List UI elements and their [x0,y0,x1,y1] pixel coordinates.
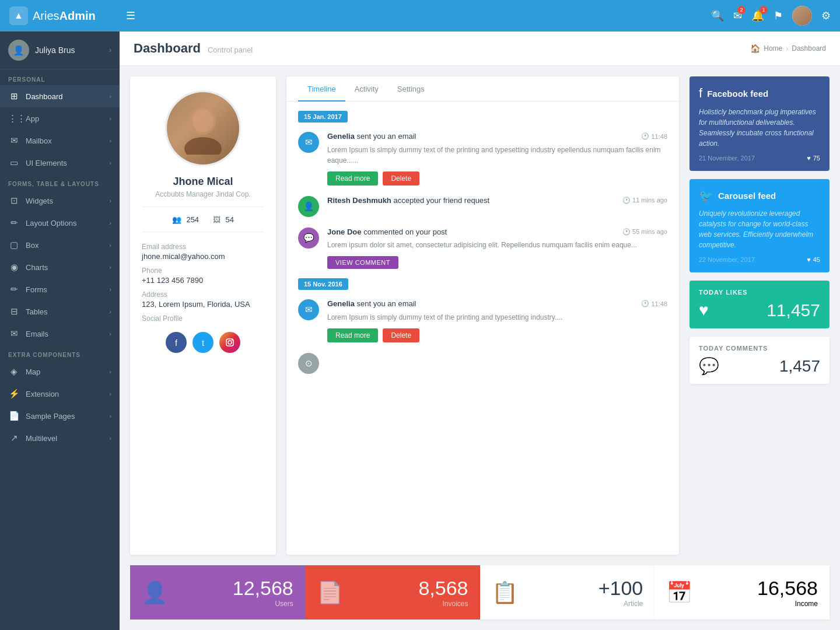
tw-feed-body: Uniquely revolutionize leveraged catalys… [699,208,820,250]
profile-name: Jhone Mical [142,176,264,188]
sidebar-item-multilevel[interactable]: ↗ Multilevel › [0,427,120,449]
delete-button-2[interactable]: Delete [383,328,419,342]
timeline-end-dot: ⊙ [298,353,319,374]
chevron-right-icon: › [109,264,111,271]
timeline-dot-email2: ✉ [298,299,319,320]
tab-activity[interactable]: Activity [345,76,388,102]
timeline-item-actions: Read more Delete [327,172,667,186]
content-area: Jhone Mical Accbubts Manager Jindal Cop.… [120,66,840,565]
sidebar-avatar: 👤 [8,40,29,61]
profile-avatar [167,92,239,164]
timeline-item: 💬 Jone Doe commented on your post 🕐 55 m… [298,226,667,270]
today-likes-card: TODAY LIKES ♥ 11,457 [690,281,830,328]
email-label: Email address [142,243,264,251]
timeline-item-content: Genelia sent you an email 🕐 11:48 Lorem … [327,298,667,342]
notification-bell-icon[interactable]: 🔔1 [751,9,764,22]
address-label: Address [142,290,264,299]
comments-icon: 💬 [699,356,719,376]
breadcrumb: 🏠 Home › Dashboard [750,44,826,53]
fb-footer: 21 November, 2017 ♥ 75 [699,155,820,162]
article-value: +100 [598,577,643,600]
timeline-end: ⊙ [298,352,667,374]
photos-value: 54 [226,215,234,224]
instagram-button[interactable] [219,332,240,353]
twitter-button[interactable]: t [192,332,214,353]
facebook-icon: f [699,86,702,101]
timeline-tab-bar: Timeline Activity Settings [286,76,679,102]
settings-gear-icon[interactable]: ⚙ [821,9,831,22]
timeline-dot-friend: 👤 [298,196,319,217]
chevron-right-icon: › [109,115,111,122]
sidebar-section-extra: EXTRA COMPONENTS ◈ Map › ⚡ Extension › 📄… [0,345,120,449]
sidebar-item-forms[interactable]: ✏ Forms › [0,278,120,300]
widgets-icon: ⊡ [8,195,20,206]
timeline-body: 15 Jan. 2017 ✉ Genelia sent you an email… [286,102,679,555]
sidebar-item-charts[interactable]: ◉ Charts › [0,256,120,278]
today-comments-label: TODAY COMMENTS [699,345,820,352]
chevron-right-icon: › [109,219,111,226]
sidebar-item-ui-elements[interactable]: ▭ UI Elements › [0,152,120,174]
main-content: Dashboard Control panel 🏠 Home › Dashboa… [120,32,840,630]
sidebar-item-label: Dashboard [26,92,63,101]
sidebar-item-label: Multilevel [26,434,57,443]
layout-icon: ✏ [8,218,20,228]
user-avatar[interactable] [792,6,812,26]
phone-value: +11 123 456 7890 [142,276,264,285]
tw-likes: ♥ 45 [807,256,820,263]
income-icon: 📅 [666,580,692,605]
tab-settings[interactable]: Settings [388,76,434,102]
profile-stat-photos: 🖼 54 [213,214,234,225]
today-comments-value: 1,457 [779,357,820,376]
topnav-icon-group: 🔍 ✉2 🔔1 ⚑ ⚙ [711,6,831,26]
page-title: Dashboard [134,41,201,56]
hamburger-menu-button[interactable]: ☰ [126,9,135,22]
chevron-right-icon: › [109,159,111,166]
sidebar-item-tables[interactable]: ⊟ Tables › [0,300,120,323]
stat-card-article: 📋 +100 Article [480,565,655,620]
sidebar-item-map[interactable]: ◈ Map › [0,360,120,383]
sidebar-section-label-forms: FORMS, TABLE & LAYOUTS [0,174,120,190]
sidebar-item-extension[interactable]: ⚡ Extension › [0,383,120,405]
timeline-item-actions: Read more Delete [327,328,667,342]
delete-button[interactable]: Delete [383,172,419,186]
sidebar-user-chevron-icon: › [109,46,111,54]
chevron-right-icon: › [109,390,111,397]
read-more-button-2[interactable]: Read more [327,328,378,342]
sidebar-item-dashboard[interactable]: ⊞ Dashboard › [0,85,120,107]
sidebar-item-widgets[interactable]: ⊡ Widgets › [0,190,120,212]
timeline-action: sent you an email [357,299,416,308]
tab-timeline[interactable]: Timeline [298,76,345,102]
read-more-button[interactable]: Read more [327,172,378,186]
sidebar-user-profile[interactable]: 👤 Juliya Brus › [0,32,120,69]
stat-card-income-right: 16,568 Income [757,577,818,608]
twitter-icon: 🐦 [699,188,713,202]
brand-icon: ▲ [9,6,28,25]
tw-date: 22 November, 2017 [699,256,755,263]
chevron-right-icon: › [109,330,111,337]
sidebar-item-app[interactable]: ⋮⋮ App › [0,107,120,130]
sidebar-item-emails[interactable]: ✉ Emails › [0,323,120,345]
sidebar-item-label: Extension [26,390,59,398]
sidebar-item-label: Forms [26,285,47,294]
timeline-item-text: Genelia sent you an email [327,131,416,142]
profile-stat-connections: 👥 254 [172,214,199,225]
sidebar-item-box[interactable]: ▢ Box › [0,234,120,256]
chevron-right-icon: › [109,368,111,375]
page-header-left: Dashboard Control panel [134,41,253,56]
sidebar-item-mailbox[interactable]: ✉ Mailbox › [0,130,120,152]
timeline-date-badge-2: 15 Nov. 2016 [298,278,348,290]
search-icon[interactable]: 🔍 [711,9,724,22]
breadcrumb-home-link[interactable]: Home [764,44,782,52]
top-navigation: ▲ AriesAdmin ☰ 🔍 ✉2 🔔1 ⚑ ⚙ [0,0,840,32]
flag-icon[interactable]: ⚑ [774,9,783,22]
connections-value: 254 [186,215,199,224]
profile-stats: 👥 254 🖼 54 [142,206,264,232]
sidebar-item-sample-pages[interactable]: 📄 Sample Pages › [0,405,120,427]
timeline-date-badge-1: 15 Jan. 2017 [298,111,348,123]
email-icon[interactable]: ✉2 [733,9,742,22]
view-comment-button[interactable]: VIEW COMMENT [327,256,398,269]
facebook-button[interactable]: f [166,332,187,353]
timeline-item-body: Lorem Ipsum is simply dummy text of the … [327,312,667,323]
sidebar-item-layout-options[interactable]: ✏ Layout Options › [0,212,120,234]
today-comments-card: TODAY COMMENTS 💬 1,457 [690,337,830,384]
